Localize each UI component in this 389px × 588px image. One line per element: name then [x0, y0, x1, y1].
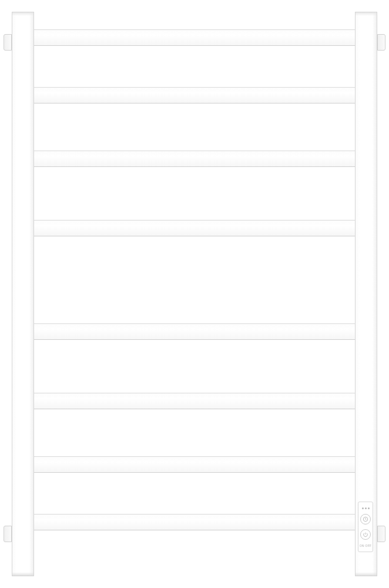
- heating-bar: [34, 29, 355, 46]
- heating-bar: [34, 87, 355, 103]
- mount-bracket: [4, 526, 12, 542]
- heating-bar: [34, 151, 355, 167]
- vertical-rail-right: ON·OFF: [355, 12, 377, 576]
- heating-bar: [34, 514, 355, 530]
- heating-bar: [34, 393, 355, 409]
- heating-bar: [34, 456, 355, 473]
- vertical-rail-left: [12, 12, 34, 576]
- heating-bar: [34, 323, 355, 340]
- towel-rack: ON·OFF: [12, 12, 377, 576]
- on-off-label: ON·OFF: [360, 544, 372, 547]
- mount-bracket: [377, 34, 385, 51]
- mount-bracket: [4, 34, 12, 51]
- heating-bar: [34, 220, 355, 236]
- control-panel: ON·OFF: [358, 502, 373, 552]
- clock-icon: [363, 516, 368, 522]
- mount-bracket: [377, 526, 385, 542]
- timer-button[interactable]: [360, 514, 371, 524]
- power-button[interactable]: [360, 529, 371, 540]
- power-icon: [363, 532, 368, 537]
- indicator-lights: [362, 507, 370, 509]
